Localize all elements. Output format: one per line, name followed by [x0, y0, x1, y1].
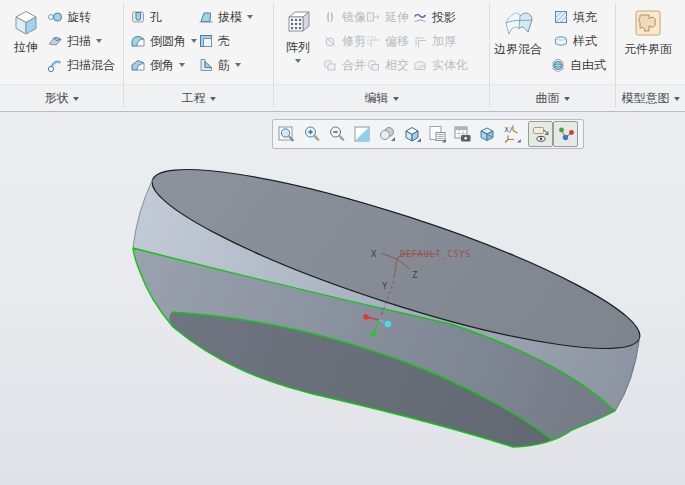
group-dropdown-arrow — [393, 97, 399, 101]
sweep-icon — [46, 33, 63, 50]
view-manager-button[interactable] — [424, 121, 449, 147]
freestyle-label: 自由式 — [570, 57, 606, 74]
component-interface-label: 元件界面 — [624, 41, 672, 58]
display-style-button[interactable] — [374, 121, 399, 147]
extend-label: 延伸 — [385, 9, 409, 26]
merge-label: 合并 — [342, 57, 366, 74]
annotation-display-toggle[interactable] — [528, 121, 553, 147]
component-interface-icon — [633, 8, 663, 38]
zoom-in-button[interactable] — [299, 121, 324, 147]
section-view-button[interactable] — [474, 121, 499, 147]
image-capture-icon — [452, 124, 472, 144]
style-label: 样式 — [573, 33, 597, 50]
solidify-icon — [411, 57, 428, 74]
datum-display-button[interactable]: X/ — [499, 121, 524, 147]
project-icon — [411, 9, 428, 26]
offset-label: 偏移 — [385, 33, 409, 50]
thicken-icon — [411, 33, 428, 50]
zoom-in-icon — [302, 124, 322, 144]
offset-button[interactable]: 偏移 — [364, 31, 409, 51]
fill-icon — [552, 9, 569, 26]
repaint-button[interactable] — [349, 121, 374, 147]
dropdown-arrow — [247, 15, 253, 19]
shell-label: 壳 — [218, 33, 230, 50]
rib-button[interactable]: 筋 — [197, 55, 241, 75]
pattern-label: 阵列 — [286, 39, 310, 56]
graphics-area[interactable]: X Z Y DEFAULT_CSYS — [0, 112, 685, 485]
rib-icon — [197, 57, 214, 74]
round-label: 倒圆角 — [150, 33, 186, 50]
axis-y-label: Y — [382, 281, 388, 291]
intersect-label: 相交 — [385, 57, 409, 74]
extrude-icon — [12, 8, 40, 36]
pattern-button[interactable]: 阵列 — [277, 5, 319, 63]
trim-icon — [321, 33, 338, 50]
component-interface-button[interactable]: 元件界面 — [617, 5, 679, 58]
intersect-button[interactable]: 相交 — [364, 55, 409, 75]
fill-label: 填充 — [573, 9, 597, 26]
ribbon: 拉伸 旋转 扫描 — [0, 0, 685, 112]
mirror-button[interactable]: 镜像 — [321, 7, 366, 27]
draft-label: 拔模 — [218, 9, 242, 26]
swept-blend-button[interactable]: 扫描混合 — [46, 55, 115, 75]
round-button[interactable]: 倒圆角 — [129, 31, 197, 51]
spin-center-toggle[interactable] — [553, 121, 578, 147]
shell-icon — [197, 33, 214, 50]
group-label-engineering[interactable]: 工程 — [124, 84, 273, 112]
group-dropdown-arrow — [674, 97, 680, 101]
model-viewport: X Z Y DEFAULT_CSYS — [0, 112, 685, 485]
draft-button[interactable]: 拔模 — [197, 7, 253, 27]
swept-blend-label: 扫描混合 — [67, 57, 115, 74]
hole-label: 孔 — [150, 9, 162, 26]
project-button[interactable]: 投影 — [411, 7, 456, 27]
style-button[interactable]: 样式 — [552, 31, 597, 51]
freestyle-button[interactable]: 自由式 — [549, 55, 606, 75]
extrude-button[interactable]: 拉伸 — [6, 5, 46, 56]
zoom-out-button[interactable] — [324, 121, 349, 147]
draft-icon — [197, 9, 214, 26]
saved-views-button[interactable] — [399, 121, 424, 147]
chamfer-button[interactable]: 倒角 — [129, 55, 185, 75]
cad-application-window: 拉伸 旋转 扫描 — [0, 0, 685, 485]
dropdown-arrow — [179, 63, 185, 67]
pattern-icon — [284, 8, 312, 36]
boundary-blend-icon — [501, 8, 535, 38]
sweep-label: 扫描 — [67, 33, 91, 50]
project-label: 投影 — [432, 9, 456, 26]
shell-button[interactable]: 壳 — [197, 31, 230, 51]
extend-button[interactable]: 延伸 — [364, 7, 409, 27]
revolve-button[interactable]: 旋转 — [46, 7, 91, 27]
svg-text:X/: X/ — [504, 126, 512, 134]
image-capture-button[interactable] — [449, 121, 474, 147]
group-label-surface[interactable]: 曲面 — [490, 84, 615, 112]
fill-button[interactable]: 填充 — [552, 7, 597, 27]
trim-button[interactable]: 修剪 — [321, 31, 366, 51]
thicken-button[interactable]: 加厚 — [411, 31, 456, 51]
sweep-button[interactable]: 扫描 — [46, 31, 102, 51]
style-icon — [552, 33, 569, 50]
hole-button[interactable]: 孔 — [129, 7, 162, 27]
boundary-blend-label: 边界混合 — [494, 41, 542, 58]
group-dropdown-arrow — [73, 97, 79, 101]
saved-views-icon — [402, 124, 422, 144]
group-label-model-intent[interactable]: 模型意图 — [616, 84, 685, 112]
csys-name-label[interactable]: DEFAULT_CSYS — [400, 249, 471, 259]
boundary-blend-button[interactable]: 边界混合 — [490, 5, 546, 58]
annotation-display-icon — [531, 124, 551, 144]
chamfer-icon — [129, 57, 146, 74]
group-label-shape[interactable]: 形状 — [0, 84, 123, 112]
spin-center-icon — [556, 124, 576, 144]
merge-button[interactable]: 合并 — [321, 55, 366, 75]
group-label-edit[interactable]: 编辑 — [274, 84, 489, 112]
repaint-icon — [352, 124, 372, 144]
dropdown-arrow — [96, 39, 102, 43]
dropdown-arrow — [295, 59, 301, 63]
mirror-label: 镜像 — [342, 9, 366, 26]
view-manager-icon — [427, 124, 447, 144]
rib-label: 筋 — [218, 57, 230, 74]
extend-icon — [364, 9, 381, 26]
box-zoom-button[interactable] — [274, 121, 299, 147]
section-view-icon — [477, 124, 497, 144]
revolve-label: 旋转 — [67, 9, 91, 26]
solidify-button[interactable]: 实体化 — [411, 55, 468, 75]
